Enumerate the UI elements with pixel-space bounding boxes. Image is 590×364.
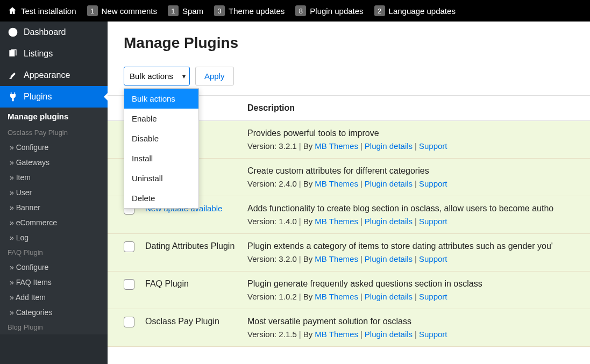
version-label: Version: 3.2.1 (247, 141, 297, 151)
option-disable[interactable]: Disable (124, 129, 198, 148)
bulk-actions-dropdown: Bulk actions Enable Disable Install Unin… (124, 88, 199, 209)
submenu-configure2[interactable]: Configure (0, 260, 108, 275)
site-link[interactable]: Test installation (8, 6, 76, 16)
by-label: By (303, 292, 315, 301)
row-checkbox[interactable] (124, 279, 134, 290)
support-link[interactable]: Support (419, 292, 447, 301)
submenu-group-faq: FAQ Plugin (0, 245, 108, 260)
plug-icon (8, 91, 18, 102)
count-badge: 1 (87, 5, 98, 16)
bulk-actions-select[interactable]: Bulk actions (124, 67, 190, 85)
option-delete[interactable]: Delete (124, 188, 198, 208)
submenu-group-blog: Blog Plugin (0, 320, 108, 334)
support-link[interactable]: Support (419, 254, 447, 263)
plugin-details-link[interactable]: Plugin details (365, 141, 413, 151)
plugin-meta: Version: 2.1.5|By MB Themes|Plugin detai… (247, 330, 585, 339)
home-icon (8, 6, 17, 16)
plugin-description: Adds functionality to create blog sectio… (247, 204, 585, 213)
submenu-ecommerce[interactable]: eCommerce (0, 215, 108, 230)
submenu-group-osclass-pay: Osclass Pay Plugin (0, 125, 108, 140)
plugin-name: FAQ Plugin (145, 279, 237, 289)
support-link[interactable]: Support (419, 217, 447, 226)
by-label: By (303, 254, 315, 263)
submenu-faq-items[interactable]: FAQ Items (0, 275, 108, 290)
plugin-name: Dating Attributes Plugin (145, 241, 237, 251)
plugin-details-link[interactable]: Plugin details (365, 330, 413, 339)
submenu-add-item[interactable]: Add Item (0, 290, 108, 305)
row-checkbox[interactable] (124, 317, 134, 327)
main: Manage Plugins Bulk actions ▾ Bulk actio… (108, 22, 590, 364)
plugin-details-link[interactable]: Plugin details (365, 292, 413, 301)
dashboard-icon (8, 27, 18, 38)
table-row: FAQ PluginPlugin generate frequently ask… (108, 272, 590, 309)
version-label: Version: 2.1.5 (247, 330, 297, 339)
author-link[interactable]: MB Themes (315, 330, 358, 339)
nav-appearance[interactable]: Appearance (0, 65, 108, 86)
by-label: By (303, 217, 315, 226)
support-link[interactable]: Support (419, 141, 447, 151)
by-label: By (303, 141, 315, 151)
submenu-categories[interactable]: Categories (0, 305, 108, 320)
version-label: Version: 3.2.0 (247, 254, 297, 263)
topbar-new-comments[interactable]: 1 New comments (87, 5, 157, 16)
plugin-description: Create custom attributes for different c… (247, 166, 585, 176)
nav-dashboard[interactable]: Dashboard (0, 22, 108, 43)
plugin-meta: Version: 3.2.1|By MB Themes|Plugin detai… (247, 141, 585, 151)
count-badge: 8 (295, 5, 306, 16)
option-install[interactable]: Install (124, 148, 198, 168)
support-link[interactable]: Support (419, 179, 447, 188)
bulk-select-wrap: Bulk actions ▾ Bulk actions Enable Disab… (124, 67, 190, 85)
submenu-gateways[interactable]: Gateways (0, 155, 108, 170)
topbar: Test installation 1 New comments 1 Spam … (0, 0, 590, 22)
plugin-details-link[interactable]: Plugin details (365, 217, 413, 226)
author-link[interactable]: MB Themes (315, 292, 358, 301)
submenu-manage-plugins[interactable]: Manage plugins (0, 108, 108, 125)
plugin-description: Plugin generate frequently asked questio… (247, 279, 585, 289)
option-uninstall[interactable]: Uninstall (124, 168, 198, 188)
bulk-controls: Bulk actions ▾ Bulk actions Enable Disab… (108, 67, 590, 91)
version-label: Version: 1.4.0 (247, 217, 297, 226)
sidebar: Dashboard Listings Appearance Plugins Ma… (0, 22, 108, 364)
plugin-meta: Version: 2.4.0|By MB Themes|Plugin detai… (247, 179, 585, 188)
plugin-details-link[interactable]: Plugin details (365, 179, 413, 188)
nav-listings[interactable]: Listings (0, 43, 108, 65)
plugin-description: Plugin extends a category of items to st… (247, 241, 585, 251)
count-badge: 2 (374, 5, 385, 16)
support-link[interactable]: Support (419, 330, 447, 339)
table-row: Dating Attributes PluginPlugin extends a… (108, 234, 590, 272)
col-description: Description (242, 96, 590, 121)
author-link[interactable]: MB Themes (315, 217, 358, 226)
author-link[interactable]: MB Themes (315, 179, 358, 188)
option-enable[interactable]: Enable (124, 109, 198, 129)
plugin-details-link[interactable]: Plugin details (365, 254, 413, 263)
topbar-language-updates[interactable]: 2 Language updates (374, 5, 456, 16)
by-label: By (303, 330, 315, 339)
author-link[interactable]: MB Themes (315, 141, 358, 151)
submenu-item[interactable]: Item (0, 170, 108, 185)
plugin-name: Osclass Pay Plugin (145, 317, 237, 326)
count-badge: 1 (168, 5, 179, 16)
nav-plugins[interactable]: Plugins (0, 86, 108, 108)
count-badge: 3 (214, 5, 225, 16)
listings-icon (8, 48, 18, 59)
apply-button[interactable]: Apply (195, 67, 234, 85)
topbar-spam[interactable]: 1 Spam (168, 5, 203, 16)
topbar-theme-updates[interactable]: 3 Theme updates (214, 5, 285, 16)
plugin-meta: Version: 1.4.0|By MB Themes|Plugin detai… (247, 217, 585, 226)
submenu-user[interactable]: User (0, 185, 108, 200)
row-checkbox[interactable] (124, 241, 134, 252)
submenu: Manage plugins Osclass Pay Plugin Config… (0, 108, 108, 334)
submenu-banner[interactable]: Banner (0, 200, 108, 215)
submenu-log[interactable]: Log (0, 230, 108, 245)
by-label: By (303, 179, 315, 188)
plugin-description: Most versatile payment solution for oscl… (247, 317, 585, 326)
author-link[interactable]: MB Themes (315, 254, 358, 263)
plugin-description: Provides powerful tools to improve (247, 129, 585, 138)
option-bulk-actions[interactable]: Bulk actions (124, 89, 198, 109)
table-row: Osclass Pay PluginMost versatile payment… (108, 309, 590, 347)
plugin-meta: Version: 3.2.0|By MB Themes|Plugin detai… (247, 254, 585, 263)
site-name: Test installation (21, 6, 76, 16)
topbar-plugin-updates[interactable]: 8 Plugin updates (295, 5, 363, 16)
submenu-configure[interactable]: Configure (0, 140, 108, 155)
version-label: Version: 2.4.0 (247, 179, 297, 188)
